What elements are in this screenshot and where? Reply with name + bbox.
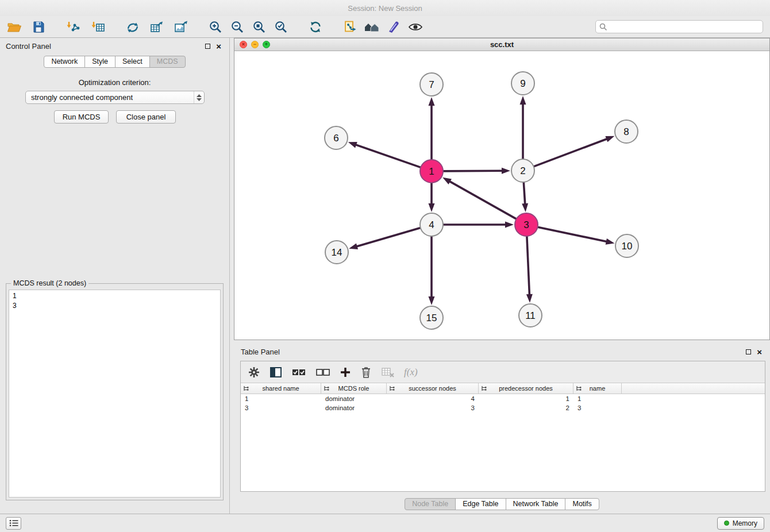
tab-edge-table[interactable]: Edge Table <box>455 498 506 510</box>
graph-edge-3-11[interactable] <box>526 236 533 303</box>
sort-branch-icon <box>481 385 487 391</box>
tab-motifs[interactable]: Motifs <box>565 498 599 510</box>
export-network-document-icon <box>343 20 357 34</box>
float-table-panel-icon[interactable] <box>746 349 751 354</box>
node-label: 14 <box>332 247 342 258</box>
column-header-successor-nodes[interactable]: successor nodes <box>387 383 479 394</box>
graph-edge-4-3[interactable] <box>443 222 514 228</box>
network-overview-button[interactable] <box>362 18 382 36</box>
graph-edge-1-2[interactable] <box>443 168 510 174</box>
graph-node-9[interactable]: 9 <box>511 72 534 95</box>
graph-node-15[interactable]: 15 <box>420 306 443 329</box>
close-panel-icon[interactable]: × <box>216 42 221 51</box>
tab-select[interactable]: Select <box>115 56 150 68</box>
edge-arrowhead-icon <box>429 296 435 305</box>
automation-panel-button[interactable] <box>6 517 21 530</box>
run-mcds-button[interactable]: Run MCDS <box>54 110 109 124</box>
graph-node-2[interactable]: 2 <box>511 159 534 182</box>
graph-edge-2-3[interactable] <box>522 182 528 212</box>
optimization-criterion-label: Optimization criterion: <box>0 78 229 87</box>
tab-network-table[interactable]: Network Table <box>506 498 566 510</box>
sort-branch-icon <box>389 385 395 391</box>
graph-edge-1-4[interactable] <box>429 183 435 212</box>
close-table-panel-icon[interactable]: × <box>757 348 762 356</box>
network-canvas[interactable]: 7968124314101511 <box>234 51 769 340</box>
export-image-button[interactable] <box>171 18 191 36</box>
node-label: 3 <box>523 219 529 230</box>
graph-edge-3-10[interactable] <box>538 227 615 245</box>
graph-node-10[interactable]: 10 <box>615 234 638 257</box>
criterion-dropdown[interactable]: strongly connected component <box>25 91 205 104</box>
tab-node-table[interactable]: Node Table <box>405 498 456 510</box>
import-table-button[interactable] <box>88 18 108 36</box>
close-window-icon[interactable]: × <box>240 41 247 48</box>
column-header-name[interactable]: name <box>573 383 622 394</box>
tab-mcds[interactable]: MCDS <box>149 56 186 68</box>
minimize-window-icon[interactable]: − <box>251 41 259 48</box>
zoom-fit-button[interactable] <box>249 18 269 36</box>
graph-edge-1-7[interactable] <box>429 97 435 160</box>
refresh-network-button[interactable] <box>306 18 325 36</box>
edge-arrowhead-icon <box>526 294 533 303</box>
open-file-button[interactable] <box>5 18 24 36</box>
edge-arrowhead-icon <box>502 168 510 174</box>
list-icon <box>9 519 18 527</box>
import-network-button[interactable] <box>63 18 83 36</box>
node-table-header: shared nameMCDS rolesuccessor nodesprede… <box>241 383 765 394</box>
table-settings-button[interactable] <box>248 366 260 379</box>
mcds-result-list[interactable]: 13 <box>9 290 221 498</box>
edge-arrowhead-icon <box>429 97 435 106</box>
tab-network[interactable]: Network <box>44 56 85 68</box>
graph-edge-3-1[interactable] <box>442 178 516 219</box>
export-image-icon <box>174 20 188 34</box>
save-session-button[interactable] <box>29 18 48 36</box>
clone-network-button[interactable] <box>123 18 143 36</box>
column-header-predecessor-nodes[interactable]: predecessor nodes <box>479 383 573 394</box>
graph-edge-4-15[interactable] <box>429 236 435 305</box>
table-row[interactable]: 3dominator323 <box>241 403 765 413</box>
select-all-columns-button[interactable] <box>291 367 306 378</box>
graph-edge-2-9[interactable] <box>520 96 526 159</box>
style-button[interactable] <box>384 18 403 36</box>
edge-arrowhead-icon <box>442 178 452 184</box>
graph-node-4[interactable]: 4 <box>420 213 443 236</box>
show-hide-button[interactable] <box>406 18 425 36</box>
node-label: 7 <box>429 79 434 90</box>
zoom-window-icon[interactable]: + <box>263 41 270 48</box>
zoom-in-button[interactable] <box>206 18 225 36</box>
delete-column-button[interactable] <box>360 366 372 379</box>
column-header-shared-name[interactable]: shared name <box>241 383 321 394</box>
graph-edge-2-8[interactable] <box>534 136 615 167</box>
graph-edge-4-14[interactable] <box>349 228 421 249</box>
memory-button[interactable]: Memory <box>717 517 764 530</box>
create-column-button[interactable] <box>340 367 351 378</box>
node-label: 9 <box>520 78 525 89</box>
control-panel-title: Control Panel <box>6 42 51 51</box>
export-network-button[interactable] <box>340 18 360 36</box>
column-header-mcds-role[interactable]: MCDS role <box>321 383 387 394</box>
deselect-all-columns-button[interactable] <box>315 367 330 378</box>
tab-style[interactable]: Style <box>84 56 116 68</box>
graph-node-7[interactable]: 7 <box>420 73 443 96</box>
show-columns-button[interactable] <box>270 366 282 379</box>
network-view-window: × − + scc.txt 7968124314101511 <box>234 38 770 340</box>
function-builder-button: f(x) <box>404 367 418 378</box>
search-input[interactable] <box>595 20 763 33</box>
memory-label: Memory <box>733 519 757 527</box>
graph-node-6[interactable]: 6 <box>325 126 348 149</box>
graph-node-14[interactable]: 14 <box>325 241 348 264</box>
graph-node-3[interactable]: 3 <box>515 213 538 236</box>
sort-branch-icon <box>324 385 329 391</box>
edge-arrowhead-icon <box>605 136 614 142</box>
graph-edge-1-6[interactable] <box>348 142 421 167</box>
float-panel-icon[interactable] <box>205 44 210 49</box>
zoom-selected-button[interactable] <box>271 18 291 36</box>
zoom-out-button[interactable] <box>228 18 247 36</box>
graph-node-1[interactable]: 1 <box>420 160 443 183</box>
graph-node-11[interactable]: 11 <box>519 304 542 327</box>
table-row[interactable]: 1dominator411 <box>241 394 765 403</box>
close-panel-button[interactable]: Close panel <box>116 110 176 124</box>
zoom-out-icon <box>230 20 244 34</box>
graph-node-8[interactable]: 8 <box>615 120 638 143</box>
export-table-button[interactable] <box>147 18 167 36</box>
